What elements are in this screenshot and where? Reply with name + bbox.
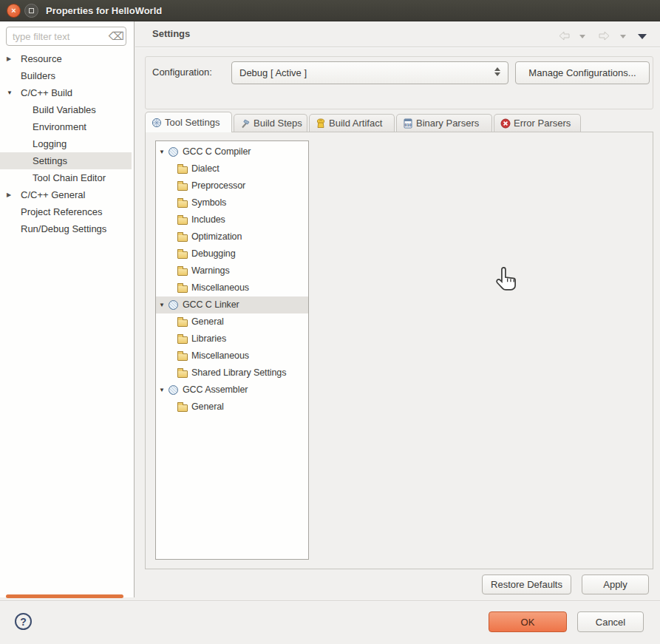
sidebar-item-environment[interactable]: Environment — [0, 118, 132, 135]
tab-error-parsers[interactable]: Error Parsers — [494, 114, 581, 132]
tree-item-gcc-assembler[interactable]: ▼ GCC Assembler — [156, 382, 308, 399]
back-dropdown-icon[interactable] — [579, 35, 585, 38]
sidebar-item-cpp-general[interactable]: ▶ C/C++ General — [0, 186, 132, 203]
window-restore-button[interactable] — [24, 4, 38, 18]
artifact-jar-icon — [316, 118, 326, 129]
binary-document-icon: 010 — [403, 118, 413, 129]
chevron-right-icon[interactable]: ▶ — [7, 186, 11, 203]
configuration-combo[interactable]: Debug [ Active ] — [231, 61, 508, 84]
back-arrow-icon[interactable] — [558, 30, 571, 41]
category-folder-icon — [177, 268, 188, 276]
error-circle-icon — [500, 118, 511, 129]
category-folder-icon — [177, 251, 188, 259]
tree-item-miscellaneous-compiler[interactable]: Miscellaneous — [156, 279, 308, 296]
horizontal-scrollbar-thumb[interactable] — [6, 594, 123, 598]
category-folder-icon — [177, 319, 188, 327]
window-title: Properties for HelloWorld — [46, 5, 162, 16]
category-folder-icon — [177, 183, 188, 191]
chevron-down-icon[interactable]: ▼ — [159, 296, 165, 313]
window-close-button[interactable]: × — [7, 4, 21, 18]
tool-icon — [169, 300, 178, 310]
chevron-down-icon[interactable]: ▼ — [159, 143, 165, 160]
category-folder-icon — [177, 200, 188, 208]
help-button[interactable]: ? — [15, 613, 32, 630]
sidebar-item-project-references[interactable]: Project References — [0, 203, 132, 220]
category-folder-icon — [177, 370, 188, 378]
tool-icon — [169, 147, 178, 157]
tree-item-preprocessor[interactable]: Preprocessor — [156, 177, 308, 194]
tab-build-steps[interactable]: Build Steps — [234, 114, 307, 132]
svg-text:010: 010 — [404, 123, 411, 127]
sidebar-item-run-debug-settings[interactable]: Run/Debug Settings — [0, 220, 132, 237]
manage-configurations-button[interactable]: Manage Configurations... — [515, 61, 650, 84]
sidebar-item-builders[interactable]: Builders — [0, 67, 132, 84]
sidebar-item-build-variables[interactable]: Build Variables — [0, 101, 132, 118]
tool-icon — [169, 385, 178, 395]
ok-button[interactable]: OK — [489, 611, 567, 632]
forward-arrow-icon[interactable] — [598, 30, 610, 41]
tree-item-optimization[interactable]: Optimization — [156, 228, 308, 245]
history-navigation — [558, 30, 656, 43]
category-folder-icon — [177, 285, 188, 293]
category-folder-icon — [177, 404, 188, 412]
restore-square-icon — [29, 8, 34, 13]
tree-item-shared-library-settings[interactable]: Shared Library Settings — [156, 365, 308, 382]
tree-item-gcc-c-compiler[interactable]: ▼ GCC C Compiler — [156, 143, 308, 160]
header-divider — [135, 47, 660, 47]
footer-divider — [0, 600, 660, 601]
tree-item-general-linker[interactable]: General — [156, 313, 308, 331]
forward-dropdown-icon[interactable] — [620, 35, 626, 38]
category-folder-icon — [177, 166, 188, 174]
cancel-button[interactable]: Cancel — [577, 611, 644, 632]
sidebar-item-tool-chain-editor[interactable]: Tool Chain Editor — [0, 169, 132, 186]
chevron-right-icon[interactable]: ▶ — [7, 50, 11, 67]
tree-item-general-assembler[interactable]: General — [156, 399, 308, 416]
tree-item-gcc-c-linker[interactable]: ▼ GCC C Linker — [156, 296, 308, 313]
category-folder-icon — [177, 234, 188, 242]
view-menu-icon[interactable] — [638, 34, 647, 39]
tab-tool-settings[interactable]: Tool Settings — [145, 112, 232, 132]
sidebar-item-logging[interactable]: Logging — [0, 135, 132, 152]
category-folder-icon — [177, 217, 188, 225]
tree-item-dialect[interactable]: Dialect — [156, 160, 308, 177]
page-title: Settings — [152, 28, 190, 39]
wrench-disc-icon — [152, 118, 162, 128]
clear-filter-icon[interactable]: ⌫ — [109, 30, 124, 42]
hand-cursor-icon — [495, 266, 519, 291]
window-titlebar: × Properties for HelloWorld — [0, 0, 660, 21]
category-folder-icon — [177, 353, 188, 361]
tree-item-miscellaneous-linker[interactable]: Miscellaneous — [156, 348, 308, 365]
sidebar-item-resource[interactable]: ▶ Resource — [0, 50, 132, 67]
tree-item-debugging[interactable]: Debugging — [156, 245, 308, 262]
tab-binary-parsers[interactable]: 010 Binary Parsers — [396, 114, 492, 132]
sidebar-item-cpp-build[interactable]: ▼ C/C++ Build — [0, 84, 132, 101]
properties-sidebar: ⌫ ▶ Resource Builders ▼ C/C++ Build Buil… — [0, 21, 135, 597]
tree-item-includes[interactable]: Includes — [156, 211, 308, 228]
tab-build-artifact[interactable]: Build Artifact — [309, 114, 395, 132]
tree-item-libraries[interactable]: Libraries — [156, 331, 308, 348]
tree-item-warnings[interactable]: Warnings — [156, 262, 308, 279]
sidebar-item-settings[interactable]: Settings — [0, 152, 132, 169]
combo-spinner-icon — [494, 67, 500, 76]
hammer-icon — [240, 118, 251, 129]
apply-button[interactable]: Apply — [582, 574, 649, 594]
chevron-down-icon[interactable]: ▼ — [159, 382, 165, 399]
configuration-label: Configuration: — [152, 67, 212, 78]
restore-defaults-button[interactable]: Restore Defaults — [482, 574, 571, 594]
chevron-down-icon[interactable]: ▼ — [7, 84, 13, 101]
category-folder-icon — [177, 336, 188, 344]
tree-item-symbols[interactable]: Symbols — [156, 194, 308, 211]
